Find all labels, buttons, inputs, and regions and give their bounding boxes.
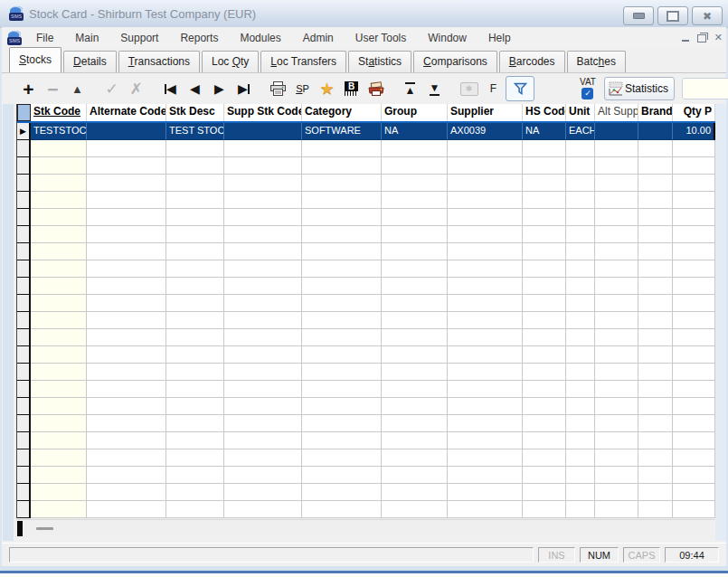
column-header-supp-stk-code[interactable]: Supp Stk Code [224, 104, 302, 121]
grid-empty-row[interactable] [17, 312, 715, 329]
grid-empty-row[interactable] [17, 467, 715, 484]
grid-empty-row[interactable] [17, 260, 715, 278]
grid-empty-row[interactable] [17, 209, 715, 226]
empty-cell [382, 157, 448, 175]
restore-button[interactable] [657, 6, 688, 25]
grid-empty-row[interactable] [17, 364, 715, 381]
prior-record-button[interactable]: ◀ [183, 77, 207, 100]
grid-empty-row[interactable] [17, 346, 715, 364]
menu-admin[interactable]: Admin [292, 29, 345, 47]
mdi-restore-icon[interactable] [697, 34, 706, 43]
go-bottom-button[interactable]: ▼ [422, 77, 447, 100]
go-top-button[interactable]: ▲ [398, 77, 422, 100]
grid-empty-row[interactable] [17, 501, 715, 518]
menu-window[interactable]: Window [417, 29, 477, 47]
empty-cell [224, 329, 302, 346]
grid-empty-row[interactable] [17, 449, 715, 467]
column-header-stk-desc[interactable]: Stk Desc [166, 104, 224, 121]
cell-stk-code[interactable]: TESTSTOCK [31, 123, 87, 140]
minimize-button[interactable] [623, 6, 654, 25]
empty-cell [87, 278, 166, 295]
empty-cell [382, 209, 448, 226]
post-button[interactable]: ✓ [99, 77, 124, 100]
selected-stock-row[interactable]: ▶ TESTSTOCK TEST STOCK ( SOFTWARE NA AX0… [17, 121, 715, 140]
grid-empty-row[interactable] [17, 278, 715, 295]
mdi-close-icon[interactable]: ✕ [714, 33, 723, 43]
grid-empty-row[interactable] [17, 381, 715, 398]
menu-support[interactable]: Support [109, 29, 169, 47]
tab-stocks[interactable]: Stocks [9, 47, 61, 72]
tab-batches[interactable]: Batches [567, 51, 626, 72]
mdi-minimize-icon[interactable] [682, 40, 689, 42]
add-record-button[interactable]: + [16, 77, 41, 100]
grid-empty-row[interactable] [17, 295, 715, 312]
column-header-supplier[interactable]: Supplier [448, 104, 523, 121]
grid-empty-row[interactable] [17, 226, 715, 243]
tab-loc-qty[interactable]: Loc Qty [202, 51, 259, 72]
grid-empty-row[interactable] [17, 484, 715, 501]
next-record-button[interactable]: ▶ [207, 77, 232, 100]
menu-file[interactable]: File [25, 29, 64, 47]
cell-category[interactable]: SOFTWARE [302, 123, 382, 140]
grid-empty-row[interactable] [17, 329, 715, 346]
edit-record-button[interactable]: ▲ [65, 77, 90, 100]
tab-loc-transfers[interactable]: Loc Transfers [260, 51, 346, 72]
tab-details[interactable]: Details [63, 51, 117, 72]
print-labels-button[interactable] [364, 77, 388, 100]
column-header-hs-code[interactable]: HS Code [523, 104, 566, 121]
column-header-alt-suppl[interactable]: Alt Suppl [595, 104, 638, 121]
column-header-brand[interactable]: Brand [638, 104, 673, 121]
sp-button[interactable]: SP [290, 77, 315, 100]
tab-statistics[interactable]: Statistics [348, 51, 411, 72]
vat-toggle[interactable]: VAT ✓ [580, 78, 596, 99]
statistics-button[interactable]: Statistics [604, 77, 675, 100]
print-button[interactable] [266, 77, 290, 100]
grid-empty-row[interactable] [17, 192, 715, 209]
grid-empty-row[interactable] [17, 140, 715, 157]
column-header-unit[interactable]: Unit [566, 104, 595, 121]
column-header-group[interactable]: Group [382, 104, 448, 121]
f-button[interactable]: F [481, 77, 506, 100]
grid-empty-row[interactable] [17, 398, 715, 415]
close-button[interactable]: ✖ [692, 6, 723, 25]
cell-supp-stk-code[interactable] [224, 123, 302, 140]
tab-barcodes[interactable]: Barcodes [499, 51, 565, 72]
cell-group[interactable]: NA [382, 123, 448, 140]
cell-unit[interactable]: EACH [566, 123, 595, 140]
delete-record-button[interactable]: − [41, 77, 65, 100]
grid-empty-row[interactable] [17, 415, 715, 432]
tab-comparisons[interactable]: Comparisons [413, 51, 497, 72]
cancel-button[interactable]: ✗ [124, 77, 148, 100]
barcode-button[interactable]: B [339, 77, 364, 100]
grid-empty-row[interactable] [17, 157, 715, 175]
grid-empty-row[interactable] [17, 432, 715, 449]
scrollbar-thumb[interactable] [17, 521, 23, 536]
grid-horizontal-scrollbar[interactable] [16, 519, 714, 537]
menu-reports[interactable]: Reports [169, 29, 229, 47]
cell-qty[interactable]: 10.00 [673, 123, 715, 140]
column-header-alternate-code[interactable]: Alternate Code [87, 104, 166, 121]
tab-transactions[interactable]: Transactions [118, 51, 200, 72]
favourite-button[interactable]: ★ [315, 77, 339, 100]
menu-modules[interactable]: Modules [229, 29, 291, 47]
column-header-category[interactable]: Category [302, 104, 382, 121]
cell-stk-desc[interactable]: TEST STOCK ( [166, 123, 224, 140]
grid-empty-row[interactable] [17, 175, 715, 192]
menu-help[interactable]: Help [477, 29, 522, 47]
first-record-button[interactable]: ◀ [158, 77, 183, 100]
column-header-stk-code[interactable]: Stk Code [31, 104, 87, 121]
cell-hs-code[interactable]: NA [523, 123, 566, 140]
filter-button[interactable] [506, 76, 534, 101]
cell-alt-suppl[interactable] [595, 123, 638, 140]
quick-search-input[interactable] [682, 78, 728, 99]
cell-brand[interactable] [638, 123, 673, 140]
cell-supplier[interactable]: AX0039 [448, 123, 523, 140]
menu-user-tools[interactable]: User Tools [345, 29, 417, 47]
last-record-button[interactable]: ▶ [232, 77, 256, 100]
grid-empty-row[interactable] [17, 243, 715, 260]
column-header-qty[interactable]: Qty P [673, 104, 715, 121]
vat-checkbox-icon[interactable]: ✓ [581, 88, 593, 99]
cell-alternate-code[interactable] [87, 123, 166, 140]
empty-cell [224, 260, 302, 278]
menu-main[interactable]: Main [64, 29, 109, 47]
